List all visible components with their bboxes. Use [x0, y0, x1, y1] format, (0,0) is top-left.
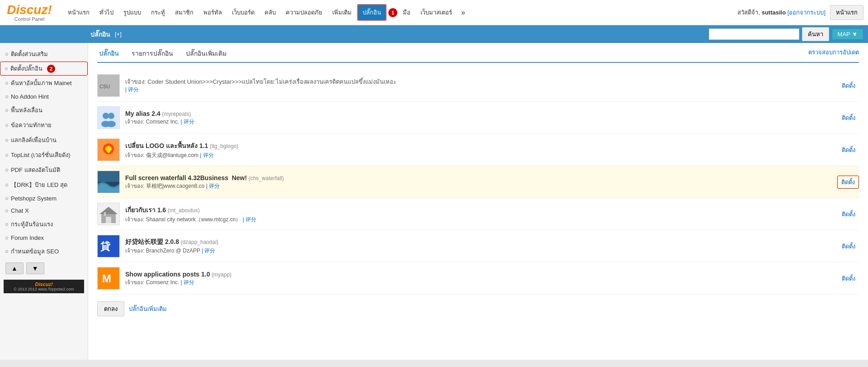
plugin-install-4[interactable]: ติดตั้ง — [837, 176, 859, 189]
nav-item-plugin[interactable]: ปลั๊กอิน — [357, 4, 387, 21]
plugin-row-1: CSU เจ้าของ: Coder Student Union>>>Cryst… — [97, 70, 859, 102]
nav-item-general[interactable]: ทั่วไป — [95, 5, 118, 20]
sidebar-dot-petshop — [5, 197, 8, 200]
plugin-install-1[interactable]: ติดตั้ง — [838, 80, 859, 92]
svg-point-4 — [108, 113, 114, 119]
sidebar-dot-drk — [5, 184, 8, 186]
sidebar-item-petshop[interactable]: Petshopz System — [0, 192, 88, 205]
sidebar-down-button[interactable]: ▼ — [26, 262, 44, 274]
plugin-icon-4 — [97, 171, 120, 193]
home-button[interactable]: หน้าแรก — [830, 5, 863, 20]
sidebar-item-toplist[interactable]: TopList (เวอร์ชั่นเสียดัง) — [0, 148, 88, 162]
nav-more-icon[interactable]: » — [458, 7, 469, 19]
check-update-link[interactable]: ตรวจสอบการอัปเดต — [808, 48, 859, 59]
nav-item-more[interactable]: เพิ่มเติม — [328, 5, 356, 20]
plugin-info-2: My alias 2.4 (myrepeats) เจ้าของ: Comsen… — [125, 110, 833, 126]
logout-link[interactable]: [ออกจากระบบ] — [788, 9, 826, 16]
plugin-author-6: เจ้าของ: BranchZero @ DzAPP | 评分 — [125, 246, 833, 255]
plugin-name-7: Show applications posts 1.0 — [125, 271, 210, 278]
add-more-link[interactable]: ปลั๊กอินเพิ่มเติม — [129, 304, 167, 314]
plugin-row-3: เปลี่ยน LOGO และพื้นหลัง 1.1 (ltg_bglogo… — [97, 134, 859, 166]
plugin-rating-5[interactable]: | 评分 — [243, 216, 256, 223]
nav-item-portal[interactable]: พอร์ทัล — [199, 5, 226, 20]
nav-item-webmaster[interactable]: เว็บมาสเตอร์ — [416, 5, 457, 20]
plugin-id-4: (chs_waterfall) — [249, 175, 284, 181]
nav-badge: 1 — [388, 8, 397, 17]
nav-item-board[interactable]: เว็บบอร์ด — [227, 5, 259, 20]
nav-item-home[interactable]: หน้าแรก — [63, 5, 94, 20]
sidebar-item-greet[interactable]: ข้อความทักทาย — [0, 118, 88, 133]
header-right: สวัสดีจ้า, suttasilo [ออกจากระบบ] หน้าแร… — [737, 5, 863, 20]
plugin-rating-3[interactable]: | 评分 — [200, 152, 213, 158]
plugin-desc-1: เจ้าของ: Coder Student Union>>>Crystar>>… — [125, 77, 833, 86]
sidebar-dot-bg — [5, 109, 8, 112]
sidebar-dot-toplist — [5, 154, 8, 157]
sidebar-item-plugin[interactable]: ติดตั้งปลั๊กอิน 2 — [0, 62, 88, 76]
plugin-icon-3 — [97, 138, 120, 161]
plugin-rating-4[interactable]: | 评分 — [206, 183, 220, 189]
sidebar-dot-noaddon — [5, 95, 8, 98]
plugin-new-badge-4: New! — [232, 174, 247, 181]
plugin-install-2[interactable]: ติดตั้ง — [838, 112, 859, 124]
plugin-name-2: My alias 2.4 — [125, 110, 160, 117]
sidebar-item-addon[interactable]: ติดตั้งส่วนเสริม — [0, 47, 88, 62]
sidebar-item-seo[interactable]: กำหนดข้อมูล SEO — [0, 244, 88, 259]
main-content: ปลั๊กอิน รายการปลั๊กอิน ปลั๊กอินเพิ่มเติ… — [88, 43, 868, 360]
sidebar-item-album[interactable]: ค้นหาอัลบั้มภาพ Mainet — [0, 76, 88, 91]
sidebar-item-link[interactable]: แลกลิงค์เพื่อนบ้าน — [0, 133, 88, 148]
tab-plugin-list[interactable]: รายการปลั๊กอิน — [130, 48, 175, 59]
sub-header-add[interactable]: [+] — [115, 31, 122, 38]
search-button[interactable]: ค้นหา — [802, 27, 829, 41]
plugin-install-6[interactable]: ติดตั้ง — [838, 240, 859, 253]
sidebar-dot-album — [5, 82, 8, 85]
plugin-info-6: 好贷站长联盟 2.0.8 (dzapp_haodai) เจ้าของ: Bra… — [125, 238, 833, 255]
plugin-list: CSU เจ้าของ: Coder Student Union>>>Cryst… — [97, 70, 859, 295]
plugin-rating-2[interactable]: | 评分 — [180, 119, 194, 125]
sidebar-item-chat[interactable]: Chat X — [0, 205, 88, 217]
sidebar-dot-forum-index — [5, 237, 8, 239]
sidebar-item-bg[interactable]: พื้นหลังเลื่อน — [0, 103, 88, 118]
plugin-name-5: เกี่ยวกับเรา 1.6 — [125, 206, 166, 214]
plugin-icon-1: CSU — [97, 74, 120, 97]
plugin-rating-7[interactable]: | 评分 — [180, 279, 194, 286]
sidebar-item-noaddon[interactable]: No Addon Hint — [0, 91, 88, 103]
tab-plugin[interactable]: ปลั๊กอิน — [97, 48, 121, 59]
nav-item-club[interactable]: คลับ — [260, 5, 280, 20]
map-button[interactable]: MAP ▼ — [832, 29, 863, 40]
svg-text:CSU: CSU — [99, 84, 110, 89]
plugin-rating-1[interactable]: | 评分 — [125, 86, 833, 94]
sidebar-item-forum-index[interactable]: Forum Index — [0, 232, 88, 244]
sidebar-up-button[interactable]: ▲ — [5, 262, 24, 274]
plugin-row-4: Full screen waterfall 4.32Business New! … — [97, 166, 859, 198]
nav-item-style[interactable]: รูปแบบ — [119, 5, 146, 20]
plugin-name-4: Full screen waterfall 4.32Business — [125, 174, 228, 181]
plugin-rating-6[interactable]: | 评分 — [202, 248, 215, 254]
plugin-install-5[interactable]: ติดตั้ง — [838, 208, 859, 220]
nav-menu: หน้าแรก ทั่วไป รูปแบบ กระทู้ สมาชิก พอร์… — [63, 4, 733, 21]
svg-point-3 — [103, 113, 109, 119]
plugin-icon-6: 貸 — [97, 235, 120, 257]
plugin-info-3: เปลี่ยน LOGO และพื้นหลัง 1.1 (ltg_bglogo… — [125, 141, 833, 159]
nav-item-hand[interactable]: มือ — [398, 5, 415, 20]
plugin-row-5: เกี่ยวกับเรา 1.6 (mt_aboutus) เจ้าของ: S… — [97, 198, 859, 230]
plugin-install-7[interactable]: ติดตั้ง — [838, 272, 859, 285]
sidebar-item-pdf[interactable]: PDF แสดงอัตโนมัติ — [0, 162, 88, 177]
plugin-info-5: เกี่ยวกับเรา 1.6 (mt_aboutus) เจ้าของ: S… — [125, 205, 833, 224]
nav-item-thread[interactable]: กระทู้ — [146, 5, 170, 20]
svg-text:M: M — [102, 272, 111, 285]
tab-plugin-more[interactable]: ปลั๊กอินเพิ่มเติม — [184, 48, 228, 59]
plugin-author-3: เจ้าของ: 傷天成@liantuge.com | 评分 — [125, 151, 833, 159]
plugin-install-3[interactable]: ติดตั้ง — [838, 144, 859, 156]
sidebar-badge: 2 — [47, 65, 55, 73]
sidebar-footer-text: Discuz! © 2013 2012 www.Toppotw2.com — [4, 280, 84, 293]
sidebar-dot-seo — [5, 250, 8, 253]
sidebar-footer: Discuz! © 2013 2012 www.Toppotw2.com — [0, 278, 88, 295]
logo-subtitle: Control Panel — [14, 16, 45, 22]
sidebar-arrows: ▲ ▼ — [0, 259, 88, 278]
nav-item-security[interactable]: ความปลอดภัย — [281, 5, 327, 20]
confirm-button[interactable]: ตกลง — [97, 301, 124, 316]
search-input[interactable] — [709, 29, 799, 40]
sidebar-item-hotthread[interactable]: กระทู้อันร้อนแรง — [0, 217, 88, 232]
nav-item-member[interactable]: สมาชิก — [170, 5, 198, 20]
sidebar-item-drk[interactable]: 【DRK】ป้าย LED สุด — [0, 177, 88, 192]
